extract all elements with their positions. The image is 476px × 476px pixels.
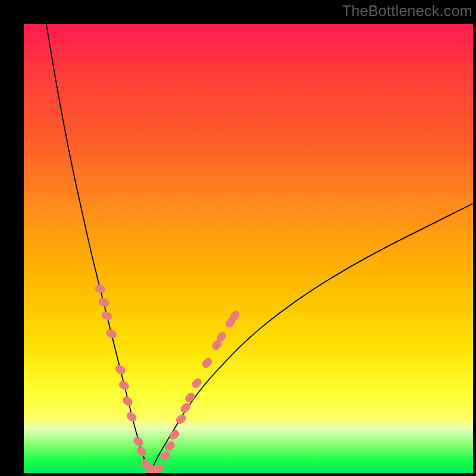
data-dot [135,445,148,458]
data-dot [174,413,187,426]
data-dot [168,428,181,441]
data-dot [163,440,176,452]
chart-frame: TheBottleneck.com [0,0,476,476]
watermark-text: TheBottleneck.com [342,2,472,20]
data-dot [183,391,196,404]
data-dot [117,379,130,392]
data-points-group [94,283,242,473]
data-dot [132,435,145,448]
plot-area [24,24,473,473]
data-dot [105,328,118,340]
data-dot [98,297,111,308]
data-dot [101,310,114,321]
data-dot [201,356,214,369]
bottleneck-curve [46,24,473,468]
curve-svg [24,24,473,473]
data-dot [190,377,203,390]
data-dot [114,364,127,376]
data-dot [94,283,107,294]
data-dot [125,411,138,424]
data-dot [121,395,134,408]
